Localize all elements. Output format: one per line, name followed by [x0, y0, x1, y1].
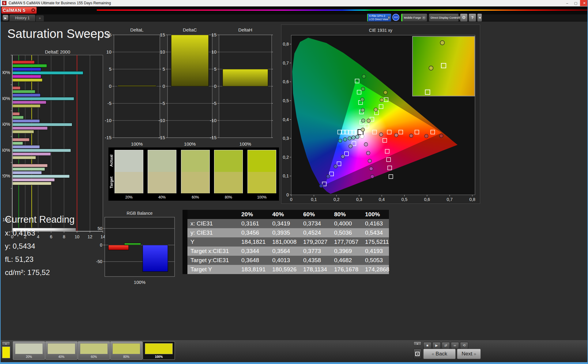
delta-bar — [223, 69, 268, 86]
cie-measured-marker — [361, 87, 365, 91]
svg-text:50: 50 — [97, 226, 102, 231]
cie-target-marker — [388, 166, 392, 170]
table-header-cell — [187, 210, 234, 219]
table-header-cell: 100% — [358, 210, 389, 219]
deltae-bar — [13, 79, 42, 82]
cie-target-marker — [379, 105, 383, 109]
table-cell: 178,1134 — [296, 265, 327, 274]
step-icon[interactable]: ⇄ — [442, 342, 450, 349]
spectrum-gradient-bar — [97, 9, 588, 11]
svg-text:-15: -15 — [105, 135, 111, 140]
table-cell: 177,7057 — [327, 237, 358, 247]
patch-thumbnail-100%[interactable]: 100% — [143, 341, 175, 360]
table-cell: 0,4163 — [358, 219, 389, 228]
table-cell: Target x:CIE31 — [187, 247, 234, 256]
back-button[interactable]: « Back — [423, 349, 456, 359]
cie-target-marker — [384, 98, 388, 102]
cie-measured-marker — [334, 165, 337, 168]
cie-target-marker — [357, 90, 361, 94]
svg-text:100%: 100% — [2, 70, 10, 75]
svg-text:100%: 100% — [239, 141, 251, 147]
cie-measured-marker — [366, 151, 370, 155]
svg-text:0,4: 0,4 — [283, 117, 289, 122]
svg-text:-5: -5 — [161, 101, 165, 106]
cie-measured-marker — [361, 108, 365, 112]
patch-thumbnail-60%[interactable]: 60% — [78, 341, 110, 360]
cie-target-marker — [372, 130, 376, 134]
cie-measured-marker — [367, 119, 371, 123]
svg-text:0: 0 — [290, 197, 292, 202]
chevron-down-icon: ▼ — [388, 16, 390, 20]
cie-target-marker — [399, 130, 403, 134]
svg-text:0,8: 0,8 — [283, 42, 289, 46]
swatch-label: 80% — [214, 195, 243, 199]
cie-measured-marker — [424, 134, 428, 138]
deltae-bar — [13, 94, 40, 97]
cie-target-marker — [431, 130, 435, 134]
cie-measured-marker — [341, 155, 345, 158]
cie-measured-marker — [439, 134, 443, 138]
svg-text:60%: 60% — [2, 121, 10, 127]
help-icon[interactable]: ? — [469, 13, 476, 22]
deltae-bar — [13, 175, 70, 178]
tab-row: ▶ History 1 + — [1, 14, 587, 22]
gear-icon[interactable]: ⚙ — [460, 13, 468, 22]
deltal-chart: DeltaL151050-5-10-15100% — [105, 27, 163, 150]
cie-zoom-inset — [412, 36, 475, 96]
loop-icon[interactable]: ⟲ — [460, 342, 468, 349]
tab-history[interactable]: History 1 — [9, 15, 35, 21]
rgb-bar-blue — [143, 245, 168, 272]
cie-measured-marker — [374, 108, 378, 111]
cie-measured-marker — [380, 98, 384, 102]
maximize-button[interactable]: ▢ — [571, 0, 580, 6]
patch-up-arrow-icon[interactable]: ▲ — [2, 341, 10, 346]
deltae-bar — [13, 168, 45, 171]
svg-text:-15: -15 — [210, 135, 217, 140]
table-cell: 176,1678 — [327, 265, 358, 274]
stop-icon[interactable]: ■ — [423, 342, 432, 349]
deltae-bar — [13, 75, 41, 78]
table-cell: 0,5036 — [327, 228, 358, 237]
close-button[interactable]: ✕ — [580, 0, 588, 6]
svg-text:5: 5 — [109, 66, 111, 72]
infinity-icon[interactable]: ∞ — [451, 342, 459, 349]
cie-measured-marker — [371, 175, 374, 178]
svg-text:0,6: 0,6 — [283, 79, 289, 84]
collapse-panel-icon[interactable]: ◀ — [477, 13, 482, 22]
deltae-bar — [13, 116, 24, 119]
table-cell: 0,3969 — [327, 247, 358, 256]
svg-text:10: 10 — [75, 234, 80, 239]
patch-thumbnail-80%[interactable]: 80% — [110, 341, 142, 360]
meter-dropdown[interactable]: X-Rite i1Pro 2 LCD Direct View ▼ — [367, 13, 391, 22]
minimize-button[interactable]: – — [563, 0, 571, 6]
patch-thumbnail-40%[interactable]: 40% — [45, 341, 77, 360]
source-dropdown[interactable]: Mobile Forge ▼ — [401, 13, 427, 22]
cie-target-marker — [385, 149, 389, 153]
results-table: 20%40%60%80%100%x: CIE310,31610,34190,37… — [187, 210, 389, 274]
transport-up-arrow-icon[interactable]: ▲ — [413, 341, 421, 346]
deltac-chart: DeltaC151050-5-10-15100% — [158, 27, 215, 150]
cie-measured-marker — [384, 91, 387, 94]
swatch-pair — [247, 150, 276, 193]
next-button[interactable]: Next » — [457, 349, 481, 359]
play-tab-button[interactable]: ▶ — [2, 15, 9, 21]
cie-target-marker — [345, 152, 349, 156]
patch-window-button[interactable] — [413, 349, 421, 359]
calman-logo-menu[interactable]: CalMAN 5 ▼ — [1, 7, 37, 14]
table-header-cell: 40% — [265, 210, 296, 219]
svg-text:DeltaE 2000: DeltaE 2000 — [45, 49, 70, 54]
svg-text:-10: -10 — [105, 118, 111, 123]
add-tab-button[interactable]: + — [36, 15, 44, 21]
table-header-row: 20%40%60%80%100% — [187, 210, 389, 219]
next-chevron-icon: » — [474, 351, 476, 356]
svg-text:80%: 80% — [2, 96, 10, 101]
svg-text:-5: -5 — [107, 101, 111, 106]
table-cell: 0,3773 — [296, 247, 327, 256]
svg-text:0,1: 0,1 — [283, 173, 289, 178]
patch-thumbnail-20%[interactable]: 20% — [13, 341, 45, 360]
delta-bar — [171, 35, 209, 86]
play-icon[interactable]: ▶ — [432, 342, 441, 349]
display-control-dropdown[interactable]: Direct Display Control ▼ — [429, 13, 459, 22]
table-cell: 0,3648 — [234, 256, 265, 265]
table-cell: 0,4193 — [358, 247, 389, 256]
